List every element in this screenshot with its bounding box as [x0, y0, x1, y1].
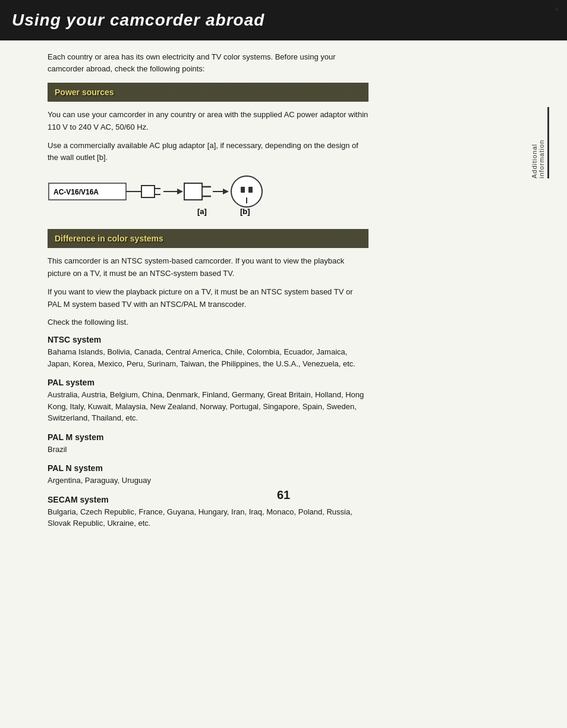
diagram-container: AC-V16/V16A — [48, 170, 368, 219]
svg-rect-3 — [141, 186, 155, 197]
secam-system-section: SECAM system Bulgaria, Czech Republic, F… — [48, 495, 368, 529]
secam-system-countries: Bulgaria, Czech Republic, France, Guyana… — [48, 506, 368, 529]
page-container: ⁺ Using your camcorder abroad Each count… — [0, 0, 567, 728]
pal-system-section: PAL system Australia, Austria, Belgium, … — [48, 378, 368, 424]
svg-rect-8 — [184, 183, 202, 200]
svg-text:[a]: [a] — [197, 207, 207, 216]
color-systems-header-text: Difference in color systems — [55, 234, 163, 243]
color-systems-para-1: This camcorder is an NTSC system-based c… — [48, 255, 368, 280]
ntsc-system-countries: Bahama Islands, Bolivia, Canada, Central… — [48, 346, 368, 369]
paln-system-title: PAL N system — [48, 463, 368, 473]
svg-rect-14 — [241, 187, 245, 193]
color-systems-para-2: If you want to view the playback picture… — [48, 286, 368, 311]
palm-system-section: PAL M system Brazil — [48, 432, 368, 456]
power-sources-header-text: Power sources — [55, 87, 114, 97]
power-sources-header: Power sources — [48, 83, 368, 102]
ntsc-system-title: NTSC system — [48, 335, 368, 344]
pal-system-countries: Australia, Austria, Belgium, China, Denm… — [48, 389, 368, 424]
power-sources-para-1: You can use your camcorder in any countr… — [48, 109, 368, 134]
palm-system-title: PAL M system — [48, 432, 368, 442]
svg-rect-15 — [248, 187, 253, 193]
svg-text:[b]: [b] — [240, 207, 250, 216]
paln-system-countries: Argentina, Paraguay, Uruguay — [48, 475, 368, 487]
svg-text:AC-V16/V16A: AC-V16/V16A — [53, 188, 99, 196]
adapter-diagram: AC-V16/V16A — [48, 170, 321, 218]
page-title: Using your camcorder abroad — [12, 11, 555, 30]
palm-system-countries: Brazil — [48, 444, 368, 456]
main-content: Each country or area has its own electri… — [0, 51, 380, 529]
color-systems-header: Difference in color systems — [48, 229, 368, 248]
title-bar: Using your camcorder abroad — [0, 0, 567, 40]
svg-marker-12 — [223, 189, 229, 194]
svg-marker-7 — [177, 189, 183, 194]
color-systems-para-3: Check the following list. — [48, 316, 368, 329]
intro-paragraph: Each country or area has its own electri… — [48, 51, 368, 74]
pal-system-title: PAL system — [48, 378, 368, 387]
corner-mark: ⁺ — [554, 5, 560, 18]
ntsc-system-section: NTSC system Bahama Islands, Bolivia, Can… — [48, 335, 368, 369]
secam-system-title: SECAM system — [48, 495, 368, 504]
paln-system-section: PAL N system Argentina, Paraguay, Urugua… — [48, 463, 368, 487]
side-label: Additional information — [531, 107, 549, 178]
power-sources-para-2: Use a commercially available AC plug ada… — [48, 140, 368, 165]
page-number: 61 — [277, 488, 290, 502]
